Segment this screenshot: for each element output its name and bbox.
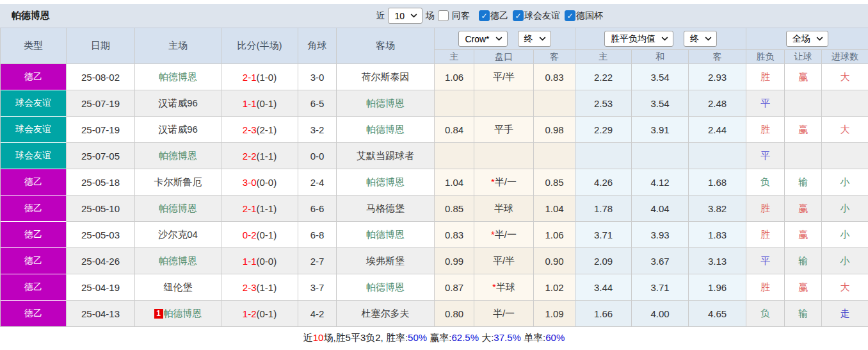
avg-home-value: 2.09 [575,248,632,274]
odds-home-value: 0.99 [435,248,474,274]
score-cell: 2-3(2-1) [221,117,298,143]
avg-away-value: 3.13 [689,248,746,274]
full-time-score: 3-0 [243,177,257,188]
chevron-down-icon [495,37,502,41]
odds-home-value: 0.85 [435,196,474,222]
summary-segment: 62.5% [451,332,479,343]
col-home: 主场 [135,28,221,64]
result-goals: 大 [822,64,868,90]
away-team-name: 艾默当踢球者 [357,150,414,161]
match-date: 25-04-26 [67,248,135,274]
avg-draw-value: 3.54 [632,90,689,117]
avg-away-value: 2.44 [689,117,746,143]
summary-segment: 近 [303,332,313,343]
result-handicap: 赢 [785,196,822,222]
half-time-score: (0-1) [257,229,277,240]
sub-avg-home: 主 [575,50,632,64]
near-label: 近 [376,10,385,22]
corner-score: 2-4 [298,169,337,196]
avg-away-value: 1.96 [689,274,746,301]
match-row: 德乙 25-04-26 帕德博恩 1-1(0-0) 2-7 埃弗斯堡 0.99 … [1,248,868,274]
chevron-down-icon [539,37,546,41]
home-team-name: 汉诺威96 [158,124,198,135]
result-goals [822,90,868,117]
avg-away-value: 1.83 [689,222,746,248]
match-type-badge: 球会友谊 [1,143,67,169]
handicap-value: *半/一 [474,301,534,327]
match-date: 25-05-10 [67,196,135,222]
filter-controls: 近 10 场 同客 ✓ 德乙 ✓ 球会友谊 ✓ 德国杯 [376,8,603,24]
avg-home-value: 2.53 [575,90,632,117]
half-time-score: (1-1) [257,151,277,162]
scope-select[interactable]: 全场 [786,31,828,47]
home-team-name: 汉诺威96 [158,97,198,108]
odds-home-value: 0.80 [435,301,474,327]
avg-type-select[interactable]: 胜平负均值 [604,31,673,47]
sub-avg-away: 客 [689,50,746,64]
handicap-value: *半/一 [474,222,534,248]
full-time-score: 2-3 [243,282,257,293]
score-cell: 2-1(1-0) [221,64,298,90]
result-handicap: 赢 [785,222,822,248]
handicap-text: 半/一 [493,308,515,319]
full-time-score: 1-1 [243,256,257,267]
summary-segment: 单率: [521,332,545,343]
chevron-down-icon [816,37,823,41]
home-team-cell: 帕德博恩 [135,248,221,274]
bookmaker-select[interactable]: Crow* [458,31,507,47]
away-team-cell: 帕德博恩 [337,274,435,301]
corner-score: 3-2 [298,117,337,143]
avg-home-value: 3.44 [575,274,632,301]
home-team-name: 帕德博恩 [164,308,202,319]
handicap-value: *半球 [474,196,534,222]
odds-stage-select[interactable]: 终 [518,31,551,47]
match-type-badge: 德乙 [1,301,67,327]
sub-result-goals: 进球数 [822,50,868,64]
odds-home-value [435,90,474,117]
match-history-table: 类型 日期 主场 比分(半场) 角球 客场 Crow* 终 [0,28,868,327]
result-handicap: 赢 [785,274,822,301]
same-away-checkbox[interactable] [438,10,449,21]
result-handicap [785,90,822,117]
match-date: 25-05-03 [67,222,135,248]
cup-checkbox[interactable]: ✓ [565,10,575,21]
home-team-name: 沙尔克04 [158,229,198,240]
col-corner: 角球 [298,28,337,64]
score-cell: 2-3(1-1) [221,274,298,301]
result-handicap: 输 [785,248,822,274]
result-handicap: 输 [785,169,822,196]
avg-away-value: 3.82 [689,196,746,222]
result-goals: 小 [822,169,868,196]
avg-home-value: 2.22 [575,64,632,90]
score-cell: 2-2(1-1) [221,143,298,169]
match-count-select[interactable]: 10 [388,8,422,24]
corner-score: 3-7 [298,274,337,301]
away-team-name: 埃弗斯堡 [366,255,405,266]
handicap-value: *半/一 [474,169,534,196]
friendly-checkbox[interactable]: ✓ [513,10,524,21]
home-team-cell: 纽伦堡 [135,274,221,301]
result-handicap [785,143,822,169]
odds-away-value: 0.85 [534,169,575,196]
avg-stage-select[interactable]: 终 [684,31,717,47]
result-wdl: 平 [746,143,785,169]
avg-home-value: 1.78 [575,196,632,222]
same-away-label: 同客 [452,10,470,22]
odds-away-value: 1.02 [534,274,575,301]
avg-home-value: 1.66 [575,301,632,327]
result-goals: 大 [822,117,868,143]
match-row: 德乙 25-08-02 帕德博恩 2-1(1-0) 3-0 荷尔斯泰因 1.06… [1,64,868,90]
page-title: 帕德博恩 [12,10,50,22]
match-date: 25-04-19 [67,274,135,301]
result-handicap: 赢 [785,117,822,143]
match-type-badge: 德乙 [1,248,67,274]
handicap-text: 半球 [494,203,513,213]
avg-draw-value: 4.12 [632,169,689,196]
col-date: 日期 [67,28,135,64]
handicap-text: 半/一 [495,229,517,240]
away-team-name: 杜塞尔多夫 [362,308,410,319]
de2-checkbox[interactable]: ✓ [479,10,490,21]
full-time-score: 2-2 [243,151,257,162]
result-goals: 小 [822,248,868,274]
handicap-value: * [474,90,534,117]
